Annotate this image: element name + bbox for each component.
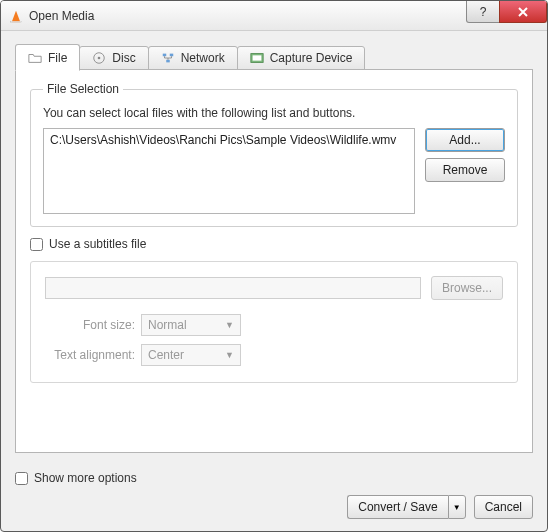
disc-icon [92, 51, 106, 65]
tab-strip: File Disc Network Capture Device [15, 43, 533, 70]
tab-file-label: File [48, 51, 67, 65]
svg-marker-0 [12, 10, 21, 21]
remove-button[interactable]: Remove [425, 158, 505, 182]
file-selection-hint: You can select local files with the foll… [43, 106, 505, 120]
font-size-select: Normal ▼ [141, 314, 241, 336]
tab-file[interactable]: File [15, 44, 80, 71]
dialog-footer: Show more options Convert / Save ▼ Cance… [1, 463, 547, 531]
tab-panel-file: File Selection You can select local file… [15, 69, 533, 453]
tab-network-label: Network [181, 51, 225, 65]
svg-rect-1 [11, 21, 22, 22]
add-button[interactable]: Add... [425, 128, 505, 152]
svg-rect-6 [166, 60, 170, 63]
show-more-checkbox[interactable] [15, 472, 28, 485]
tab-disc-label: Disc [112, 51, 135, 65]
app-icon [9, 9, 23, 23]
window-controls: ? [467, 1, 547, 23]
chevron-down-icon: ▼ [225, 320, 234, 330]
svg-rect-4 [162, 54, 166, 57]
window-title: Open Media [29, 9, 94, 23]
file-list[interactable]: C:\Users\Ashish\Videos\Ranchi Pics\Sampl… [43, 128, 415, 214]
alignment-select: Center ▼ [141, 344, 241, 366]
convert-save-button[interactable]: Convert / Save [347, 495, 447, 519]
tab-disc[interactable]: Disc [79, 46, 148, 70]
file-selection-legend: File Selection [43, 82, 123, 96]
use-subtitles-label: Use a subtitles file [49, 237, 146, 251]
titlebar: Open Media ? [1, 1, 547, 31]
cancel-button[interactable]: Cancel [474, 495, 533, 519]
network-icon [161, 51, 175, 65]
file-selection-group: File Selection You can select local file… [30, 82, 518, 227]
open-media-dialog: Open Media ? File Disc Network C [0, 0, 548, 532]
chevron-down-icon: ▼ [225, 350, 234, 360]
folder-icon [28, 51, 42, 65]
subtitle-path-input [45, 277, 421, 299]
content-area: File Disc Network Capture Device File Se… [1, 31, 547, 463]
show-more-label: Show more options [34, 471, 137, 485]
svg-rect-5 [169, 54, 173, 57]
alignment-value: Center [148, 348, 184, 362]
convert-save-dropdown[interactable]: ▼ [448, 495, 466, 519]
tab-capture[interactable]: Capture Device [237, 46, 366, 70]
font-size-value: Normal [148, 318, 187, 332]
use-subtitles-checkbox[interactable] [30, 238, 43, 251]
font-size-label: Font size: [45, 318, 135, 332]
alignment-label: Text alignment: [45, 348, 135, 362]
svg-rect-8 [252, 55, 261, 60]
close-button[interactable] [499, 1, 547, 23]
show-more-row: Show more options [15, 471, 533, 485]
help-button[interactable]: ? [466, 1, 500, 23]
tab-network[interactable]: Network [148, 46, 238, 70]
tab-capture-label: Capture Device [270, 51, 353, 65]
convert-save-split: Convert / Save ▼ [347, 495, 465, 519]
use-subtitles-row: Use a subtitles file [30, 237, 518, 251]
svg-point-3 [98, 57, 101, 60]
capture-icon [250, 51, 264, 65]
subtitles-group: Browse... Font size: Normal ▼ Text align… [30, 261, 518, 383]
file-entry[interactable]: C:\Users\Ashish\Videos\Ranchi Pics\Sampl… [50, 133, 408, 147]
browse-button: Browse... [431, 276, 503, 300]
